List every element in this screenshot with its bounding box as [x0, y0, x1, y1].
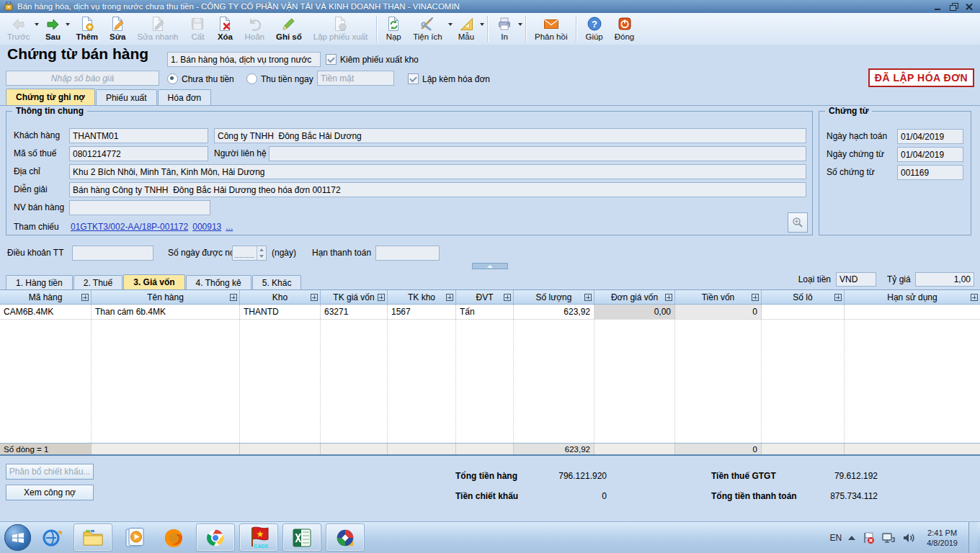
tab-chung-tu-ghi-no[interactable]: Chứng từ ghi nợ [6, 89, 95, 105]
action-center-flag-icon[interactable] [862, 531, 875, 544]
add-button[interactable]: Thêm [70, 13, 104, 45]
save-button[interactable]: Cất [184, 13, 211, 45]
help-button[interactable]: ? Giúp [579, 13, 608, 45]
quick-edit-button[interactable]: Sửa nhanh [132, 13, 184, 45]
lap-kem-hoa-don-checkbox[interactable]: Lập kèm hóa đơn [408, 73, 490, 85]
close-icon[interactable] [965, 3, 974, 11]
pin-column-icon[interactable] [971, 294, 978, 301]
reload-button[interactable]: Nạp [380, 13, 407, 45]
column-header-han-su-dung[interactable]: Hạn sử dụng [845, 290, 980, 304]
tab-phieu-xuat[interactable]: Phiếu xuất [96, 89, 157, 105]
start-button[interactable] [4, 524, 31, 551]
table-row[interactable]: CAM6B.4MK Than cám 6b.4MK THANTD 63271 1… [0, 305, 980, 320]
taskbar-item-chrome[interactable] [196, 523, 235, 552]
network-icon[interactable] [881, 531, 896, 544]
credit-days-stepper[interactable]: ____ [232, 246, 267, 261]
templates-button[interactable]: Mẫu [453, 13, 484, 45]
utilities-button[interactable]: Tiện ích [407, 13, 452, 45]
taskbar-item-firefox[interactable] [162, 526, 185, 549]
pin-column-icon[interactable] [378, 294, 385, 301]
restore-icon[interactable] [949, 3, 958, 11]
column-header-tien-von[interactable]: Tiền vốn [675, 290, 762, 304]
taskbar-item-cads[interactable]: CADS [239, 523, 278, 552]
tab-khac[interactable]: 5. Khác [252, 275, 302, 289]
tab-hoa-don[interactable]: Hóa đơn [158, 89, 212, 105]
tab-hang-tien[interactable]: 1. Hàng tiền [6, 275, 73, 289]
taskbar-item-internet-explorer[interactable] [40, 526, 63, 549]
pin-column-icon[interactable] [81, 294, 89, 301]
language-indicator[interactable]: EN [830, 533, 842, 543]
due-date-input[interactable] [375, 246, 440, 261]
taskbar-clock[interactable]: 2:41 PM 4/8/2019 [922, 528, 962, 548]
close-form-button[interactable]: Đóng [609, 13, 641, 45]
line-items-grid[interactable]: Mã hàng Tên hàng Kho TK giá vốn TK kho Đ… [0, 289, 980, 456]
tray-expand-icon[interactable] [848, 536, 855, 540]
post-button[interactable]: Ghi sổ [270, 13, 308, 45]
view-receivables-button[interactable]: Xem công nợ [6, 485, 94, 500]
volume-icon[interactable] [902, 531, 916, 544]
kiem-phieu-checkbox[interactable]: Kiêm phiếu xuất kho [326, 54, 419, 66]
column-header-tk-gia-von[interactable]: TK giá vốn [321, 290, 388, 304]
reference-link-more[interactable]: ... [226, 222, 233, 232]
doc-type-combo[interactable] [167, 52, 321, 67]
tab-thong-ke[interactable]: 4. Thống kê [186, 275, 251, 289]
quote-number-input[interactable] [6, 71, 159, 86]
prev-button[interactable]: Trước [1, 13, 39, 45]
customer-code-input[interactable] [69, 128, 208, 143]
dropdown-caret-icon[interactable] [480, 23, 484, 26]
reference-link-number[interactable]: 000913 [192, 222, 221, 232]
column-header-tk-kho[interactable]: TK kho [388, 290, 456, 304]
currency-input[interactable] [836, 272, 876, 287]
pin-column-icon[interactable] [504, 294, 511, 301]
column-header-so-lo[interactable]: Số lô [762, 290, 845, 304]
payment-method-input[interactable] [317, 71, 394, 86]
reference-link-invoice[interactable]: 01GTKT3/002-AA/18P-001172 [71, 222, 188, 232]
pin-column-icon[interactable] [752, 294, 759, 301]
edit-button[interactable]: Sửa [104, 13, 131, 45]
column-header-ma-hang[interactable]: Mã hàng [0, 290, 92, 304]
tab-gia-von[interactable]: 3. Giá vốn [123, 274, 184, 289]
taskbar-item-accounting-app[interactable] [326, 523, 365, 552]
column-header-dvt[interactable]: ĐVT [456, 290, 514, 304]
radio-thu-tien-ngay[interactable]: Thu tiền ngay [246, 73, 313, 85]
create-export-slip-button[interactable]: Lập phiếu xuất [308, 13, 373, 45]
customer-name-input[interactable] [214, 128, 806, 143]
pin-column-icon[interactable] [584, 294, 592, 301]
pin-column-icon[interactable] [230, 294, 237, 301]
collapse-splitter-button[interactable] [472, 263, 508, 269]
delete-button[interactable]: Xóa [211, 13, 239, 45]
undo-button[interactable]: Hoãn [239, 13, 270, 45]
zoom-lookup-button[interactable] [788, 212, 808, 233]
taskbar-item-excel[interactable] [282, 523, 321, 552]
description-input[interactable] [69, 182, 806, 197]
stepper-arrows[interactable] [257, 246, 266, 260]
tax-code-input[interactable] [69, 146, 208, 161]
taskbar-item-file-explorer[interactable] [74, 523, 112, 552]
pin-column-icon[interactable] [311, 294, 318, 301]
posting-date-input[interactable] [897, 129, 963, 144]
allocate-discount-button[interactable]: Phân bổ chiết khấu... [6, 464, 94, 480]
column-header-so-luong[interactable]: Số lượng [514, 290, 594, 304]
minimize-icon[interactable] [933, 3, 943, 11]
pin-column-icon[interactable] [665, 294, 672, 301]
document-number-input[interactable] [897, 165, 963, 180]
grid-empty-area[interactable] [0, 320, 980, 443]
contact-person-input[interactable] [269, 146, 806, 161]
payment-terms-input[interactable] [72, 246, 153, 261]
taskbar-item-media-player[interactable] [123, 527, 145, 549]
salesperson-input[interactable] [69, 200, 210, 215]
pin-column-icon[interactable] [834, 294, 842, 301]
column-header-don-gia-von[interactable]: Đơn giá vốn [594, 290, 675, 304]
show-desktop-button[interactable] [968, 522, 977, 553]
step-down-icon[interactable] [259, 255, 264, 258]
feedback-button[interactable]: Phản hồi [529, 13, 573, 45]
address-input[interactable] [69, 164, 806, 179]
column-header-ten-hang[interactable]: Tên hàng [92, 290, 240, 304]
dropdown-caret-icon[interactable] [518, 23, 522, 26]
radio-chua-thu-tien[interactable]: Chưa thu tiền [167, 73, 234, 85]
column-header-kho[interactable]: Kho [240, 290, 321, 304]
document-date-input[interactable] [897, 147, 963, 162]
print-button[interactable]: In [491, 13, 522, 45]
step-up-icon[interactable] [259, 248, 264, 251]
tab-thue[interactable]: 2. Thuế [74, 275, 122, 289]
